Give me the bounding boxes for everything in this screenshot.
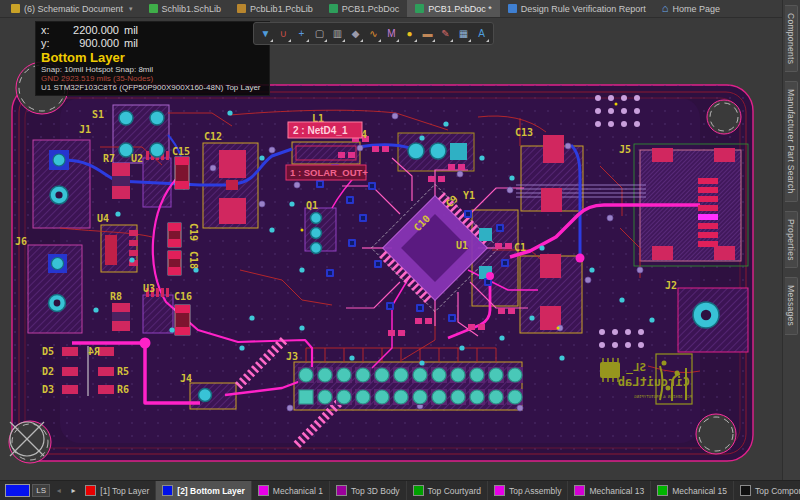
document-tab-label: PCB1.PcbDoc xyxy=(342,4,400,14)
document-tab[interactable]: Design Rule Verification Report xyxy=(500,0,654,17)
designator-label: C15 xyxy=(172,146,190,157)
component-body xyxy=(143,295,173,333)
layer-set-swatch[interactable] xyxy=(5,484,30,497)
layer-color-swatch xyxy=(494,485,505,496)
layer-tabs: [1] Top Layer[2] Bottom LayerMechanical … xyxy=(79,481,800,500)
pcbdoc-icon xyxy=(329,4,338,13)
string-text-tool[interactable]: A xyxy=(473,24,490,43)
document-tab[interactable]: PCB1.PcbDoc xyxy=(321,0,408,17)
panel-tab-properties[interactable]: Properties xyxy=(785,211,798,269)
hud-y-coordinate: y:900.000mil xyxy=(41,37,261,50)
document-tab[interactable]: PCB1.PcbDoc * xyxy=(407,0,500,17)
layer-color-swatch xyxy=(162,485,173,496)
layer-tab-label: Mechanical 1 xyxy=(273,486,323,496)
designator-label: R6 xyxy=(117,384,129,395)
layer-tab-label: [2] Bottom Layer xyxy=(177,486,245,496)
designator-label: D2 xyxy=(42,366,54,377)
layer-tab[interactable]: Top Courtyard xyxy=(407,481,488,500)
layer-set-button[interactable]: LS xyxy=(32,484,50,497)
dropdown-triangle-icon xyxy=(450,39,453,42)
pad-tool-icon: ▬ xyxy=(423,28,433,39)
layer-tab-label: Top Component Center xyxy=(755,486,800,496)
layer-color-swatch xyxy=(574,485,585,496)
panels-tool[interactable]: ▦ xyxy=(455,24,472,43)
designator-label: Q1 xyxy=(306,200,318,211)
designator-label: C13 xyxy=(515,127,533,138)
interactive-route-tool-icon: ∿ xyxy=(369,28,377,39)
layer-color-swatch xyxy=(85,485,96,496)
layer-tab[interactable]: Top Component Center xyxy=(734,481,800,500)
layer-color-swatch xyxy=(258,485,269,496)
document-tab-label: Schlib1.SchLib xyxy=(162,4,222,14)
layer-color-swatch xyxy=(336,485,347,496)
designator-label: J5 xyxy=(619,144,631,155)
document-tab[interactable]: ⌂Home Page xyxy=(654,0,728,17)
designator-label: J6 xyxy=(15,236,27,247)
layer-scroll-right-button[interactable]: ▸ xyxy=(68,483,80,498)
layer-tab[interactable]: Mechanical 1 xyxy=(252,481,330,500)
designator-label: R5 xyxy=(117,366,129,377)
document-tab[interactable]: Schlib1.SchLib xyxy=(141,0,230,17)
document-tab[interactable]: PcbLib1.PcbLib xyxy=(229,0,321,17)
heads-up-display: x:2200.000mil y:900.000mil Bottom Layer … xyxy=(35,21,270,96)
layer-tab[interactable]: Mechanical 13 xyxy=(568,481,651,500)
dropdown-triangle-icon xyxy=(414,39,417,42)
layer-tab[interactable]: Top Assembly xyxy=(488,481,568,500)
via-tool[interactable]: ● xyxy=(401,24,418,43)
schlib-icon xyxy=(149,4,158,13)
measure-tool[interactable]: ▥ xyxy=(329,24,346,43)
snap-magnet-tool[interactable]: ∪ xyxy=(275,24,292,43)
selection-area-tool[interactable]: ▢ xyxy=(311,24,328,43)
net-label: 1 : SOLAR_OUT+ xyxy=(290,167,368,178)
string-text-tool-icon: A xyxy=(478,28,485,39)
document-tab-label: Design Rule Verification Report xyxy=(521,4,646,14)
dropdown-triangle-icon xyxy=(324,39,327,42)
measure-tool-icon: ▥ xyxy=(333,28,342,39)
layer-tab-label: Mechanical 13 xyxy=(589,486,644,496)
via-tool-icon: ● xyxy=(406,28,412,39)
layer-color-swatch xyxy=(413,485,424,496)
snap-grid-tool-icon: + xyxy=(299,28,305,39)
layer-scroll-left-button[interactable]: ◂ xyxy=(53,483,65,498)
properties-tool[interactable]: ✎ xyxy=(437,24,454,43)
snap-grid-tool[interactable]: + xyxy=(293,24,310,43)
properties-tool-icon: ✎ xyxy=(441,28,449,39)
chevron-down-icon[interactable]: ▾ xyxy=(129,5,133,13)
designator-label: J4 xyxy=(180,373,192,384)
pad-tool[interactable]: ▬ xyxy=(419,24,436,43)
designator-label: R7 xyxy=(103,153,115,164)
designator-label: R4 xyxy=(88,346,100,357)
polygon-pour-tool[interactable]: ◆ xyxy=(347,24,364,43)
hud-active-layer: Bottom Layer xyxy=(41,50,261,65)
pcb-canvas[interactable]: SL_CircuitLabPCB DESIGN & PROTOTYPINGS1J… xyxy=(0,18,782,480)
layer-tab[interactable]: Mechanical 15 xyxy=(651,481,734,500)
designator-label: C12 xyxy=(204,131,222,142)
panel-tab-messages[interactable]: Messages xyxy=(785,277,798,334)
hud-snap-info: Snap: 10mil Hotspot Snap: 8mil xyxy=(41,65,261,74)
layer-tab[interactable]: [2] Bottom Layer xyxy=(156,481,252,500)
net-label: 2 : NetD4_1 xyxy=(293,125,348,136)
layer-tab[interactable]: [1] Top Layer xyxy=(79,481,156,500)
layer-tab[interactable]: Top 3D Body xyxy=(330,481,407,500)
board-cutout xyxy=(696,414,736,454)
designator-label: J3 xyxy=(286,351,298,362)
selection-filter-tool[interactable]: ▼ xyxy=(257,24,274,43)
designator-label: C16 xyxy=(174,291,192,302)
svg-text:SL_: SL_ xyxy=(626,361,646,374)
interactive-route-tool[interactable]: ∿ xyxy=(365,24,382,43)
report-icon xyxy=(508,4,517,13)
designator-label: D3 xyxy=(42,384,54,395)
layer-tab-bar: LS ◂ ▸ [1] Top Layer[2] Bottom LayerMech… xyxy=(0,480,800,500)
document-tab[interactable]: (6) Schematic Document▾ xyxy=(3,0,141,17)
designator-label: U2 xyxy=(131,153,143,164)
right-panel-tabs: ComponentsManufacturer Part SearchProper… xyxy=(782,0,800,480)
panel-tab-manufacturer-part-search[interactable]: Manufacturer Part Search xyxy=(785,81,798,202)
multi-route-tool-icon: M xyxy=(387,28,395,39)
panel-tab-components[interactable]: Components xyxy=(785,5,798,72)
document-tab-label: Home Page xyxy=(672,4,720,14)
dropdown-triangle-icon xyxy=(306,39,309,42)
home-icon: ⌂ xyxy=(662,4,669,13)
designator-label: U3 xyxy=(143,283,155,294)
hud-net-info: GND 2923.519 mils (35-Nodes) xyxy=(41,74,261,83)
multi-route-tool[interactable]: M xyxy=(383,24,400,43)
